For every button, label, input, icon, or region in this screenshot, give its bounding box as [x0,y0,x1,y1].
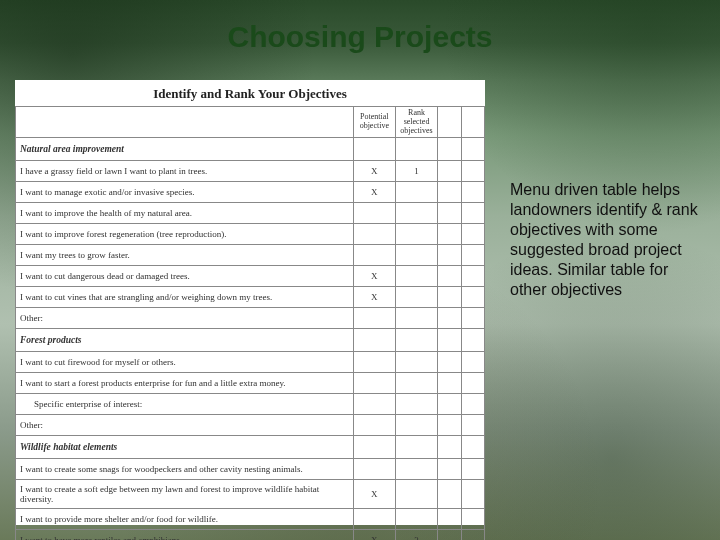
row-desc: I want to provide more shelter and/or fo… [16,509,354,530]
row-potential [353,373,395,394]
col-header-spacer [461,107,484,138]
row-desc: Other: [16,415,354,436]
row-rank [395,287,437,308]
empty-cell [438,245,461,266]
row-potential [353,415,395,436]
table-row: I want to manage exotic and/or invasive … [16,182,485,203]
row-potential [353,224,395,245]
table-row: I want to create a soft edge between my … [16,480,485,509]
empty-cell [461,203,484,224]
table-row: I want to cut firewood for myself or oth… [16,352,485,373]
empty-cell [461,373,484,394]
row-desc: I want to cut vines that are strangling … [16,287,354,308]
side-description: Menu driven table helps landowners ident… [510,180,700,300]
row-potential: X [353,266,395,287]
row-potential: X [353,287,395,308]
section-row: Wildlife habitat elements [16,436,485,459]
row-desc: I want to start a forest products enterp… [16,373,354,394]
col-header-spacer [438,107,461,138]
row-rank [395,459,437,480]
row-rank: 3 [395,530,437,540]
row-rank [395,509,437,530]
empty-cell [438,436,461,459]
empty-cell [461,436,484,459]
empty-cell [461,415,484,436]
empty-cell [438,203,461,224]
col-header-rank: Rank selected objectives [395,107,437,138]
empty-cell [461,459,484,480]
table-row: I want to improve forest regeneration (t… [16,224,485,245]
section-row: Natural area improvement [16,138,485,161]
empty-cell [461,245,484,266]
empty-cell [461,329,484,352]
table-row: I have a grassy field or lawn I want to … [16,161,485,182]
table-row: I want to start a forest products enterp… [16,373,485,394]
empty-cell [438,530,461,540]
empty-cell [438,373,461,394]
empty-cell [438,287,461,308]
section-name: Natural area improvement [16,138,354,161]
empty-cell [438,352,461,373]
empty-cell [353,138,395,161]
row-desc: I want to improve forest regeneration (t… [16,224,354,245]
row-potential: X [353,161,395,182]
empty-cell [438,415,461,436]
empty-cell [461,224,484,245]
section-name: Wildlife habitat elements [16,436,354,459]
row-rank [395,224,437,245]
empty-cell [438,480,461,509]
row-potential [353,394,395,415]
row-rank [395,266,437,287]
empty-cell [438,224,461,245]
row-rank [395,373,437,394]
row-desc: I want to cut firewood for myself or oth… [16,352,354,373]
section-name: Forest products [16,329,354,352]
empty-cell [461,161,484,182]
row-desc: I want to manage exotic and/or invasive … [16,182,354,203]
empty-cell [438,329,461,352]
row-desc: I want to create some snags for woodpeck… [16,459,354,480]
table-heading: Identify and Rank Your Objectives [15,80,485,106]
row-potential [353,352,395,373]
row-potential [353,459,395,480]
row-rank [395,480,437,509]
table-row: I want my trees to grow faster. [16,245,485,266]
row-desc: Other: [16,308,354,329]
row-potential [353,509,395,530]
row-desc: I want to create a soft edge between my … [16,480,354,509]
empty-cell [461,266,484,287]
empty-cell [438,308,461,329]
empty-cell [461,352,484,373]
empty-cell [438,138,461,161]
empty-cell [395,138,437,161]
empty-cell [461,509,484,530]
col-header-desc [16,107,354,138]
empty-cell [438,182,461,203]
row-potential: X [353,182,395,203]
row-potential: X [353,480,395,509]
empty-cell [461,287,484,308]
empty-cell [461,308,484,329]
empty-cell [438,394,461,415]
slide: Choosing Projects Identify and Rank Your… [0,0,720,540]
objectives-table-container: Identify and Rank Your Objectives Potent… [15,80,485,525]
row-desc: I want to have more reptiles and amphibi… [16,530,354,540]
row-desc: I want to cut dangerous dead or damaged … [16,266,354,287]
empty-cell [438,266,461,287]
section-row: Forest products [16,329,485,352]
objectives-table: Potential objective Rank selected object… [15,106,485,540]
row-rank: 1 [395,161,437,182]
empty-cell [461,530,484,540]
table-row: Other: [16,308,485,329]
table-row: I want to improve the health of my natur… [16,203,485,224]
row-desc: Specific enterprise of interest: [16,394,354,415]
row-rank [395,394,437,415]
empty-cell [438,459,461,480]
table-row: Specific enterprise of interest: [16,394,485,415]
row-potential [353,203,395,224]
table-row: Other: [16,415,485,436]
table-row: I want to provide more shelter and/or fo… [16,509,485,530]
empty-cell [461,182,484,203]
row-rank [395,182,437,203]
row-desc: I have a grassy field or lawn I want to … [16,161,354,182]
